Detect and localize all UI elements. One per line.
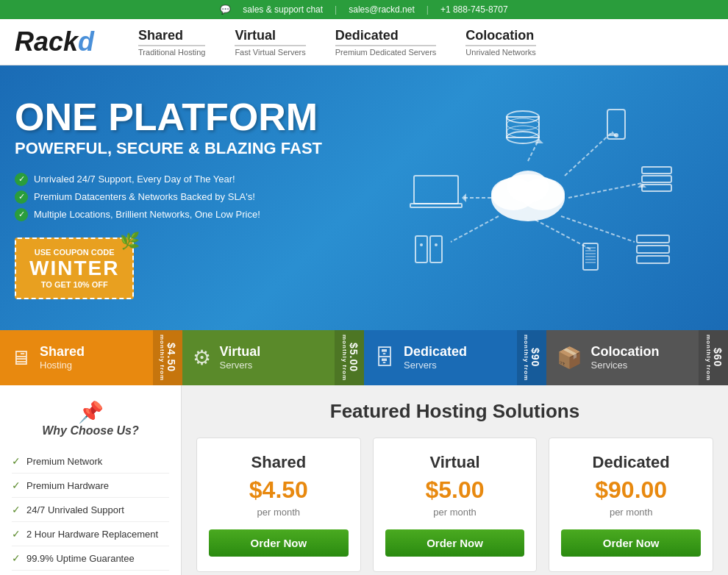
sidebar-feature-4: ✓ 2 Hour Hardware Replacement [12, 522, 169, 546]
shared-price-ribbon: monthly from $4.50 [153, 330, 182, 385]
virtual-tab-name: Virtual [220, 345, 261, 360]
sidebar-feature-5: ✓ 99.9% Uptime Guarantee [12, 546, 169, 571]
colocation-tab-name: Colocation [591, 345, 660, 360]
hero-feature-3: ✓ Multiple Locations, Brillient Networks… [15, 208, 364, 221]
dedicated-text: Dedicated Servers [404, 345, 467, 371]
coupon-code: WINTER [29, 257, 119, 280]
separator2: | [427, 4, 429, 15]
dedicated-tab-name: Dedicated [404, 345, 467, 360]
plan-name-virtual: Virtual [385, 453, 525, 472]
nav-shared[interactable]: Shared Traditional Hosting [138, 28, 205, 57]
chat-label[interactable]: sales & support chat [243, 4, 323, 15]
logo-accent: d [78, 26, 94, 57]
nav-dedicated[interactable]: Dedicated Premium Dedicated Servers [335, 28, 437, 57]
plan-price-shared: $4.50 [209, 476, 349, 504]
plan-name-dedicated: Dedicated [561, 453, 701, 472]
sidebar-title: Why Choose Us? [12, 424, 169, 438]
nav-virtual[interactable]: Virtual Fast Virtual Servers [235, 28, 305, 57]
svg-rect-14 [637, 235, 669, 243]
sidebar-feature-2: ✓ Premium Hardware [12, 474, 169, 498]
svg-rect-27 [430, 236, 442, 262]
nav-colocation-sub: Unrivaled Networks [465, 48, 535, 57]
shared-icon: 🖥 [10, 346, 31, 370]
svg-rect-26 [415, 236, 427, 262]
hero-feature-1: ✓ Unrivaled 24/7 Support, Every Day of T… [15, 173, 364, 186]
pricing-cards: Shared $4.50 per month Order Now Virtual… [196, 438, 713, 572]
order-button-virtual[interactable]: Order Now [385, 529, 525, 557]
colocation-tab-sub: Services [591, 360, 660, 371]
nav-dedicated-title: Dedicated [335, 28, 437, 46]
sidebar-check-2: ✓ [12, 479, 21, 491]
shared-price-amount: $4.50 [165, 343, 177, 372]
main-content: 📌 Why Choose Us? ✓ Premium Network ✓ Pre… [0, 385, 728, 575]
top-bar: 💬 sales & support chat | sales@rackd.net… [0, 0, 728, 19]
hero-right [364, 88, 713, 308]
hero-feature-2: ✓ Premium Datacenters & Networks Backed … [15, 190, 364, 204]
tab-virtual[interactable]: ⚙ Virtual Servers monthly from $5.00 [182, 330, 365, 385]
virtual-price-label: monthly from [341, 335, 348, 381]
sidebar-feature-label-1: Premium Network [26, 456, 102, 467]
tab-shared[interactable]: 🖥 Shared Hosting monthly from $4.50 [0, 330, 182, 385]
nav-virtual-sub: Fast Virtual Servers [235, 48, 305, 57]
hero-heading2: POWERFUL, SECURE & BLAZING FAST [15, 139, 364, 158]
plan-price-virtual: $5.00 [385, 476, 525, 504]
dedicated-price-label: monthly from [523, 335, 529, 381]
svg-line-33 [561, 216, 635, 242]
sidebar-feature-label-4: 2 Hour Hardware Replacement [26, 529, 158, 540]
sidebar-feature-1: ✓ Premium Network [12, 449, 169, 474]
colocation-price-label: monthly from [705, 335, 712, 381]
virtual-text: Virtual Servers [220, 345, 261, 371]
virtual-price-ribbon: monthly from $5.00 [335, 330, 364, 385]
shared-tab-sub: Hosting [40, 360, 85, 371]
hero-heading1: ONE PLATFORM [15, 96, 364, 138]
sidebar-check-1: ✓ [12, 455, 21, 467]
colocation-price-amount: $60 [712, 348, 724, 367]
nav-shared-sub: Traditional Hosting [138, 48, 205, 57]
svg-line-32 [568, 183, 642, 198]
svg-point-29 [435, 243, 438, 246]
tab-colocation[interactable]: 📦 Colocation Services monthly from $60 [546, 330, 729, 385]
pricing-card-dedicated: Dedicated $90.00 per month Order Now [549, 438, 713, 572]
featured-heading: Featured Hosting Solutions [196, 400, 713, 423]
hero-section: ONE PLATFORM POWERFUL, SECURE & BLAZING … [0, 65, 728, 330]
service-tabs: 🖥 Shared Hosting monthly from $4.50 ⚙ Vi… [0, 330, 728, 385]
coupon-label: USE COUPON CODE [29, 248, 119, 257]
sidebar-title-area: 📌 Why Choose Us? [12, 400, 169, 438]
nav-colocation[interactable]: Colocation Unrivaled Networks [465, 28, 535, 57]
order-button-dedicated[interactable]: Order Now [561, 529, 701, 557]
svg-line-36 [451, 216, 499, 242]
coupon-box: USE COUPON CODE WINTER TO GET 10% OFF 🌿 [15, 238, 134, 299]
nav-virtual-title: Virtual [235, 28, 305, 46]
virtual-price-amount: $5.00 [348, 343, 360, 372]
featured-section: Featured Hosting Solutions Shared $4.50 … [182, 385, 728, 575]
svg-rect-15 [637, 246, 669, 253]
hero-feature-text-1: Unrivaled 24/7 Support, Every Day of The… [34, 174, 235, 185]
colocation-text: Colocation Services [591, 345, 660, 371]
sidebar-feature-3: ✓ 24/7 Unrivaled Support [12, 498, 169, 522]
plan-price-dedicated: $90.00 [561, 476, 701, 504]
chat-icon: 💬 [220, 4, 231, 15]
logo[interactable]: Rackd [15, 26, 94, 57]
order-button-shared[interactable]: Order Now [209, 529, 349, 557]
svg-rect-11 [642, 167, 671, 174]
nav-colocation-title: Colocation [465, 28, 535, 46]
colocation-price-ribbon: monthly from $60 [699, 330, 728, 385]
pricing-card-shared: Shared $4.50 per month Order Now [196, 438, 361, 572]
svg-line-31 [565, 132, 613, 176]
sidebar-feature-label-2: Premium Hardware [26, 480, 109, 491]
check-icon-3: ✓ [15, 208, 28, 221]
email-link[interactable]: sales@rackd.net [349, 4, 415, 15]
dedicated-price-ribbon: monthly from $90 [517, 330, 546, 385]
svg-point-28 [420, 243, 423, 246]
phone-number[interactable]: +1 888-745-8707 [440, 4, 508, 15]
shared-tab-name: Shared [40, 345, 85, 360]
pricing-card-virtual: Virtual $5.00 per month Order Now [373, 438, 538, 572]
hero-feature-text-3: Multiple Locations, Brillient Networks, … [34, 209, 260, 220]
coupon-sub: TO GET 10% OFF [29, 280, 119, 289]
tab-dedicated[interactable]: 🗄 Dedicated Servers monthly from $90 [364, 330, 546, 385]
thumbtack-icon: 📌 [12, 400, 169, 424]
check-icon-1: ✓ [15, 173, 28, 186]
svg-rect-13 [642, 185, 671, 191]
svg-point-3 [507, 171, 549, 203]
sidebar-check-5: ✓ [12, 552, 21, 564]
